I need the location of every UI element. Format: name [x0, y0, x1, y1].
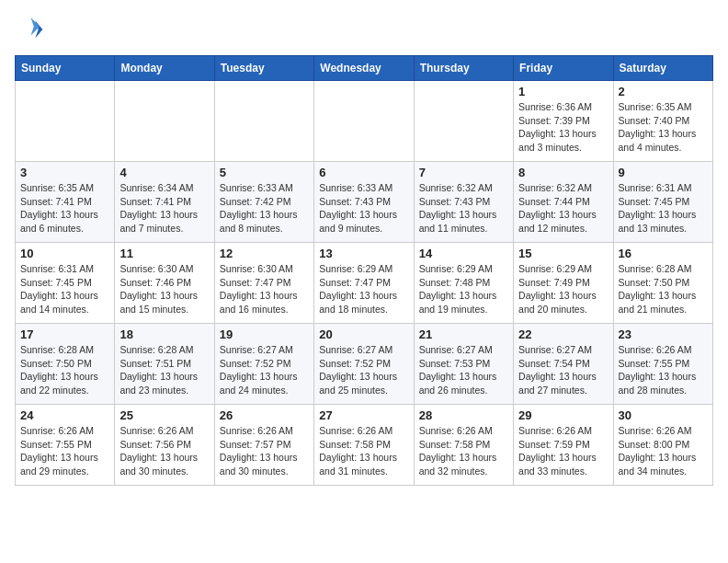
day-info: Sunrise: 6:33 AM Sunset: 7:43 PM Dayligh…	[319, 181, 408, 236]
day-number: 22	[518, 327, 608, 341]
calendar-cell: 12Sunrise: 6:30 AM Sunset: 7:47 PM Dayli…	[214, 243, 313, 324]
day-info: Sunrise: 6:31 AM Sunset: 7:45 PM Dayligh…	[619, 181, 708, 236]
calendar-cell	[115, 81, 214, 162]
day-number: 1	[518, 85, 608, 98]
day-info: Sunrise: 6:27 AM Sunset: 7:53 PM Dayligh…	[419, 343, 508, 397]
day-info: Sunrise: 6:36 AM Sunset: 7:39 PM Dayligh…	[518, 100, 608, 155]
calendar-cell	[16, 81, 115, 162]
weekday-header: Friday	[514, 56, 613, 81]
day-info: Sunrise: 6:34 AM Sunset: 7:41 PM Dayligh…	[119, 181, 209, 236]
day-info: Sunrise: 6:35 AM Sunset: 7:40 PM Dayligh…	[619, 100, 708, 155]
day-number: 18	[119, 327, 209, 341]
day-number: 7	[419, 166, 508, 179]
calendar-cell: 3Sunrise: 6:35 AM Sunset: 7:41 PM Daylig…	[16, 162, 115, 243]
calendar-cell: 6Sunrise: 6:33 AM Sunset: 7:43 PM Daylig…	[314, 162, 414, 243]
calendar-week-row: 24Sunrise: 6:26 AM Sunset: 7:55 PM Dayli…	[16, 405, 713, 486]
calendar-cell: 7Sunrise: 6:32 AM Sunset: 7:43 PM Daylig…	[414, 162, 513, 243]
calendar-cell: 15Sunrise: 6:29 AM Sunset: 7:49 PM Dayli…	[514, 243, 613, 324]
day-number: 15	[518, 247, 608, 260]
day-number: 2	[619, 85, 708, 98]
page-header	[15, 15, 713, 44]
calendar-cell: 10Sunrise: 6:31 AM Sunset: 7:45 PM Dayli…	[16, 243, 115, 324]
weekday-header: Tuesday	[214, 56, 313, 81]
calendar-cell: 4Sunrise: 6:34 AM Sunset: 7:41 PM Daylig…	[115, 162, 214, 243]
day-number: 10	[20, 247, 109, 260]
calendar-cell: 19Sunrise: 6:27 AM Sunset: 7:52 PM Dayli…	[214, 324, 313, 405]
day-info: Sunrise: 6:26 AM Sunset: 7:58 PM Dayligh…	[319, 424, 408, 478]
calendar-cell: 1Sunrise: 6:36 AM Sunset: 7:39 PM Daylig…	[514, 81, 613, 162]
day-info: Sunrise: 6:26 AM Sunset: 7:55 PM Dayligh…	[20, 424, 109, 478]
day-number: 11	[119, 247, 209, 260]
logo	[15, 15, 48, 44]
calendar-cell: 26Sunrise: 6:26 AM Sunset: 7:57 PM Dayli…	[214, 405, 313, 486]
day-info: Sunrise: 6:29 AM Sunset: 7:48 PM Dayligh…	[419, 262, 508, 316]
day-info: Sunrise: 6:26 AM Sunset: 8:00 PM Dayligh…	[619, 424, 708, 478]
day-number: 13	[319, 247, 408, 260]
day-number: 9	[619, 166, 708, 179]
calendar-cell	[314, 81, 414, 162]
calendar-cell: 24Sunrise: 6:26 AM Sunset: 7:55 PM Dayli…	[16, 405, 115, 486]
weekday-header: Sunday	[16, 56, 115, 81]
calendar-cell: 29Sunrise: 6:26 AM Sunset: 7:59 PM Dayli…	[514, 405, 613, 486]
day-info: Sunrise: 6:31 AM Sunset: 7:45 PM Dayligh…	[20, 262, 109, 316]
day-info: Sunrise: 6:26 AM Sunset: 7:55 PM Dayligh…	[619, 343, 708, 397]
day-number: 3	[20, 166, 109, 179]
day-info: Sunrise: 6:35 AM Sunset: 7:41 PM Dayligh…	[20, 181, 109, 236]
day-number: 25	[119, 408, 209, 422]
day-info: Sunrise: 6:33 AM Sunset: 7:42 PM Dayligh…	[220, 181, 309, 236]
day-info: Sunrise: 6:28 AM Sunset: 7:50 PM Dayligh…	[619, 262, 708, 316]
day-info: Sunrise: 6:27 AM Sunset: 7:52 PM Dayligh…	[220, 343, 309, 397]
calendar-cell: 5Sunrise: 6:33 AM Sunset: 7:42 PM Daylig…	[214, 162, 313, 243]
calendar-cell: 20Sunrise: 6:27 AM Sunset: 7:52 PM Dayli…	[314, 324, 414, 405]
day-number: 17	[20, 327, 109, 341]
calendar-cell: 25Sunrise: 6:26 AM Sunset: 7:56 PM Dayli…	[115, 405, 214, 486]
calendar-cell: 16Sunrise: 6:28 AM Sunset: 7:50 PM Dayli…	[613, 243, 712, 324]
day-number: 6	[319, 166, 408, 179]
calendar-cell: 17Sunrise: 6:28 AM Sunset: 7:50 PM Dayli…	[16, 324, 115, 405]
day-number: 4	[119, 166, 209, 179]
calendar-cell	[214, 81, 313, 162]
day-info: Sunrise: 6:26 AM Sunset: 7:58 PM Dayligh…	[419, 424, 508, 478]
calendar-cell: 13Sunrise: 6:29 AM Sunset: 7:47 PM Dayli…	[314, 243, 414, 324]
calendar: SundayMondayTuesdayWednesdayThursdayFrid…	[15, 55, 713, 486]
calendar-cell: 14Sunrise: 6:29 AM Sunset: 7:48 PM Dayli…	[414, 243, 513, 324]
day-number: 20	[319, 327, 408, 341]
calendar-cell: 22Sunrise: 6:27 AM Sunset: 7:54 PM Dayli…	[514, 324, 613, 405]
day-info: Sunrise: 6:30 AM Sunset: 7:47 PM Dayligh…	[220, 262, 309, 316]
day-number: 14	[419, 247, 508, 260]
day-info: Sunrise: 6:26 AM Sunset: 7:59 PM Dayligh…	[518, 424, 608, 478]
day-number: 24	[20, 408, 109, 422]
calendar-cell: 8Sunrise: 6:32 AM Sunset: 7:44 PM Daylig…	[514, 162, 613, 243]
calendar-week-row: 10Sunrise: 6:31 AM Sunset: 7:45 PM Dayli…	[16, 243, 713, 324]
weekday-header: Saturday	[613, 56, 712, 81]
calendar-cell: 11Sunrise: 6:30 AM Sunset: 7:46 PM Dayli…	[115, 243, 214, 324]
day-number: 28	[419, 408, 508, 422]
calendar-cell: 23Sunrise: 6:26 AM Sunset: 7:55 PM Dayli…	[613, 324, 712, 405]
day-number: 8	[518, 166, 608, 179]
logo-icon	[15, 15, 44, 44]
calendar-week-row: 3Sunrise: 6:35 AM Sunset: 7:41 PM Daylig…	[16, 162, 713, 243]
day-number: 19	[220, 327, 309, 341]
day-number: 16	[619, 247, 708, 260]
calendar-cell: 30Sunrise: 6:26 AM Sunset: 8:00 PM Dayli…	[613, 405, 712, 486]
calendar-cell: 27Sunrise: 6:26 AM Sunset: 7:58 PM Dayli…	[314, 405, 414, 486]
day-number: 27	[319, 408, 408, 422]
day-number: 30	[619, 408, 708, 422]
calendar-week-row: 1Sunrise: 6:36 AM Sunset: 7:39 PM Daylig…	[16, 81, 713, 162]
weekday-header: Thursday	[414, 56, 513, 81]
calendar-week-row: 17Sunrise: 6:28 AM Sunset: 7:50 PM Dayli…	[16, 324, 713, 405]
calendar-cell: 21Sunrise: 6:27 AM Sunset: 7:53 PM Dayli…	[414, 324, 513, 405]
day-info: Sunrise: 6:26 AM Sunset: 7:56 PM Dayligh…	[119, 424, 209, 478]
day-info: Sunrise: 6:29 AM Sunset: 7:47 PM Dayligh…	[319, 262, 408, 316]
day-info: Sunrise: 6:27 AM Sunset: 7:54 PM Dayligh…	[518, 343, 608, 397]
day-info: Sunrise: 6:27 AM Sunset: 7:52 PM Dayligh…	[319, 343, 408, 397]
day-number: 29	[518, 408, 608, 422]
day-info: Sunrise: 6:28 AM Sunset: 7:51 PM Dayligh…	[119, 343, 209, 397]
day-info: Sunrise: 6:32 AM Sunset: 7:43 PM Dayligh…	[419, 181, 508, 236]
day-info: Sunrise: 6:26 AM Sunset: 7:57 PM Dayligh…	[220, 424, 309, 478]
day-info: Sunrise: 6:32 AM Sunset: 7:44 PM Dayligh…	[518, 181, 608, 236]
day-number: 12	[220, 247, 309, 260]
calendar-cell: 28Sunrise: 6:26 AM Sunset: 7:58 PM Dayli…	[414, 405, 513, 486]
calendar-cell	[414, 81, 513, 162]
day-info: Sunrise: 6:30 AM Sunset: 7:46 PM Dayligh…	[119, 262, 209, 316]
